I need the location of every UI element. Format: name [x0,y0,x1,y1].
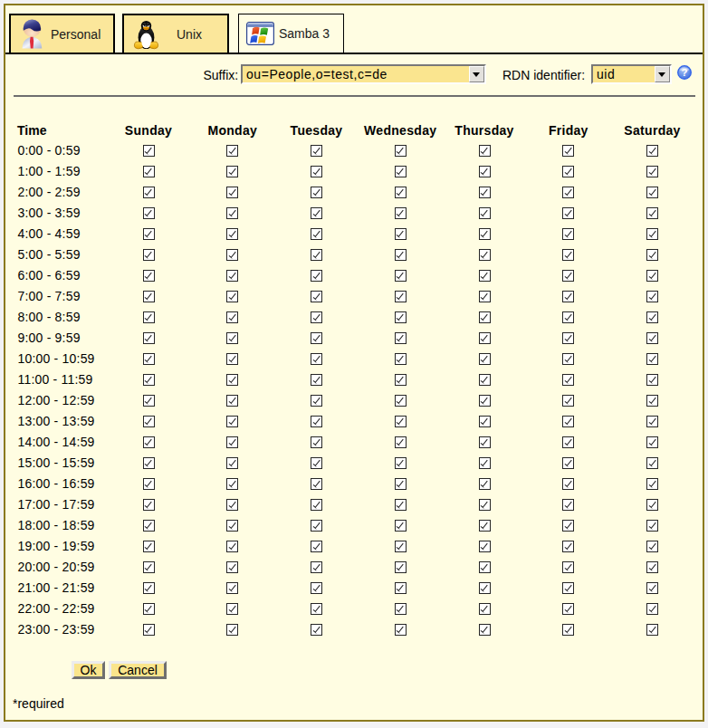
svg-text:?: ? [681,67,687,78]
